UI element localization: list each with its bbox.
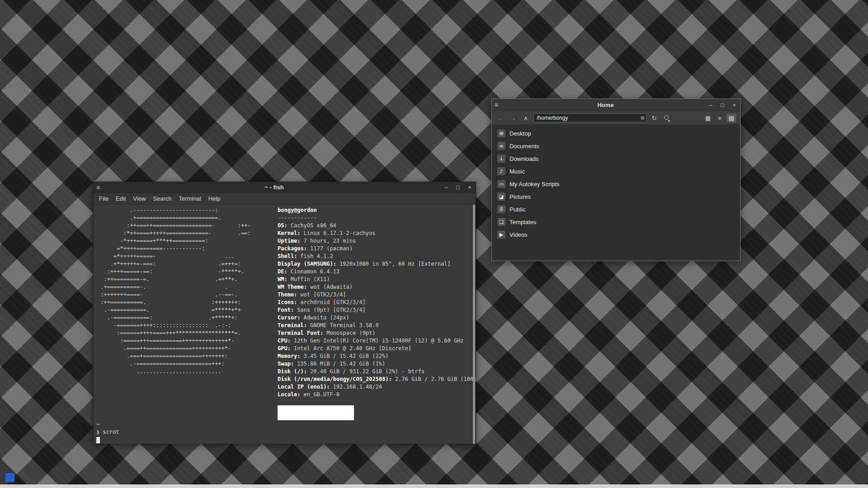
fastfetch-separator: ------------ <box>278 214 476 222</box>
fastfetch-info-line: Shell:fish 4.1.2 <box>278 253 476 260</box>
icon-view-button[interactable]: ▦ <box>703 113 713 122</box>
file-manager-window-title: Home <box>504 102 708 108</box>
terminal-window: ≡ ~ - fish – □ × FileEditViewSearchTermi… <box>93 182 476 444</box>
file-manager-titlebar[interactable]: ≡ Home – □ × <box>492 99 740 111</box>
compact-view-button[interactable]: ▤ <box>726 113 736 122</box>
fastfetch-info-line: Swap:135.86 MiB / 15.42 GiB (1%) <box>278 360 476 368</box>
fastfetch-info-line: OS:CachyOS x86_64 <box>278 222 476 230</box>
folder-icon: ▶ <box>497 230 505 239</box>
terminal-menu-item[interactable]: Search <box>149 195 175 202</box>
folder-icon: ⊞ <box>497 129 505 137</box>
fastfetch-info-line: Uptime:7 hours, 23 mins <box>278 237 476 245</box>
terminal-cursor <box>96 437 100 443</box>
file-list-item[interactable]: ◪ Pictures <box>492 190 740 203</box>
file-list-item[interactable]: ▭ My Autokey Scripts <box>492 178 740 190</box>
refresh-icon[interactable]: ↻ <box>649 113 659 122</box>
folder-name: Videos <box>509 231 528 238</box>
file-list-item[interactable]: ♪ Music <box>492 165 740 178</box>
folder-name: Templates <box>509 219 536 225</box>
folder-icon: ↓ <box>497 155 505 163</box>
file-list-item[interactable]: ↓ Downloads <box>492 152 740 165</box>
fastfetch-info-line: Cursor:Adwaita (24px) <box>278 314 476 322</box>
fastfetch-info-line: WM Theme:wot (Adwaita) <box>278 283 476 291</box>
cachyos-ascii-logo: .-------------------------: .+==========… <box>97 206 251 375</box>
fastfetch-info-column: bongy@gordon ------------ OS:CachyOS x86… <box>278 206 476 399</box>
path-input[interactable] <box>533 113 646 122</box>
prompt-symbol: ❯ <box>96 429 99 435</box>
terminal-menubar: FileEditViewSearchTerminalHelp <box>94 193 476 205</box>
list-view-button[interactable]: ≡ <box>715 113 725 122</box>
fastfetch-info-line: Theme:wot [GTK2/3/4] <box>278 291 476 299</box>
hamburger-menu-icon[interactable]: ≡ <box>495 101 504 108</box>
folder-icon: ♪ <box>497 167 505 175</box>
up-icon[interactable]: ∧ <box>521 113 531 122</box>
folder-icon: ◪ <box>497 192 505 201</box>
terminal-color-palette <box>278 405 354 420</box>
fastfetch-info-line: CPU:12th Gen Intel(R) Core(TM) i5-12400F… <box>278 337 476 345</box>
terminal-menu-item[interactable]: Terminal <box>175 195 205 202</box>
fastfetch-info-line: Kernel:Linux 6.17.1-2-cachyos <box>278 230 476 237</box>
fastfetch-host-line: bongy@gordon <box>278 206 476 214</box>
folder-name: Downloads <box>509 155 538 162</box>
folder-icon: ≡ <box>497 142 505 150</box>
fastfetch-info-line: GPU:Intel Arc A750 @ 2.40 GHz [Discrete] <box>278 345 476 352</box>
search-icon[interactable] <box>662 113 672 122</box>
back-icon[interactable]: ← <box>495 113 505 122</box>
terminal-scrollbar-thumb[interactable] <box>473 205 475 444</box>
folder-name: My Autokey Scripts <box>509 181 560 188</box>
fastfetch-info-line: Local IP (eno1):192.168.1.48/24 <box>278 383 476 391</box>
fastfetch-info-line: Disk (/run/media/bongy/COS_202508):2.76 … <box>278 375 476 383</box>
file-manager-window: ≡ Home – □ × ← → ∧ ⊗ ↻ ▦ ≡ ▤ <box>491 99 741 261</box>
view-toggle-group: ▦ ≡ ▤ <box>703 113 736 122</box>
typed-command: scrot <box>103 429 119 435</box>
fastfetch-info-line: DE:Cinnamon 6.4.13 <box>278 268 476 276</box>
file-list-item[interactable]: ⊞ Desktop <box>492 127 740 140</box>
minimize-button[interactable]: – <box>708 102 714 108</box>
folder-icon: ▭ <box>497 180 505 188</box>
blue-window-fragment <box>5 473 14 482</box>
desktop-wallpaper: ≡ ~ - fish – □ × FileEditViewSearchTermi… <box>0 0 868 488</box>
fastfetch-info-line: Locale:en_GB.UTF-8 <box>278 391 476 399</box>
file-list: ⊞ Desktop ≡ Documents ↓ Downloads ♪ Musi… <box>492 125 740 241</box>
folder-name: Music <box>509 168 525 175</box>
terminal-menu-item[interactable]: File <box>95 195 112 202</box>
forward-icon[interactable]: → <box>508 113 518 122</box>
file-list-item[interactable]: ♁ Public <box>492 203 740 216</box>
folder-name: Public <box>509 206 525 213</box>
fastfetch-info-line: Terminal:GNOME Terminal 3.58.0 <box>278 322 476 329</box>
fastfetch-info-line: Display (SAMSUNG):868x488 in 85", 60 H… <box>278 260 476 268</box>
hamburger-menu-icon[interactable]: ≡ <box>96 184 105 191</box>
terminal-titlebar[interactable]: ≡ ~ - fish – □ × <box>94 182 476 193</box>
folder-icon: ❏ <box>497 218 505 226</box>
terminal-content[interactable]: .-------------------------: .+==========… <box>94 205 476 444</box>
clear-path-icon[interactable]: ⊗ <box>640 114 645 122</box>
maximize-button[interactable]: □ <box>455 184 461 191</box>
terminal-menu-item[interactable]: Edit <box>112 195 129 202</box>
close-button[interactable]: × <box>467 184 473 191</box>
file-list-item[interactable]: ▶ Videos <box>492 228 740 241</box>
file-list-item[interactable]: ≡ Documents <box>492 140 740 152</box>
terminal-scrollbar[interactable] <box>473 205 475 444</box>
close-button[interactable]: × <box>731 102 737 108</box>
bottom-panel-strip[interactable] <box>0 484 868 488</box>
terminal-menu-item[interactable]: View <box>129 195 149 202</box>
folder-name: Desktop <box>509 130 531 137</box>
fastfetch-info-line: Font:Sans (9pt) [GTK2/3/4] <box>278 306 476 314</box>
magnifier-glyph <box>663 114 670 122</box>
fastfetch-info-line: WM:Muffin (X11) <box>278 276 476 283</box>
path-bar: ⊗ <box>533 113 646 122</box>
fastfetch-info-line: Icons:archdroid [GTK2/3/4] <box>278 299 476 306</box>
minimize-button[interactable]: – <box>443 184 449 191</box>
fastfetch-info-line: Disk (/):20.48 GiB / 931.22 GiB (2%) - b… <box>278 368 476 375</box>
folder-name: Documents <box>509 143 539 150</box>
folder-icon: ♁ <box>497 205 505 213</box>
terminal-window-title: ~ - fish <box>105 184 443 191</box>
file-list-item[interactable]: ❏ Templates <box>492 216 740 228</box>
terminal-menu-item[interactable]: Help <box>205 195 224 202</box>
fastfetch-info-line: Packages:1177 (pacman) <box>278 245 476 253</box>
maximize-button[interactable]: □ <box>719 102 726 108</box>
fastfetch-info-line: Terminal Font:Monospace (9pt) <box>278 329 476 337</box>
prompt-cwd: ~ <box>96 421 99 428</box>
file-manager-toolbar: ← → ∧ ⊗ ↻ ▦ ≡ ▤ <box>492 111 740 125</box>
prompt-line: ❯scrot <box>96 428 119 436</box>
